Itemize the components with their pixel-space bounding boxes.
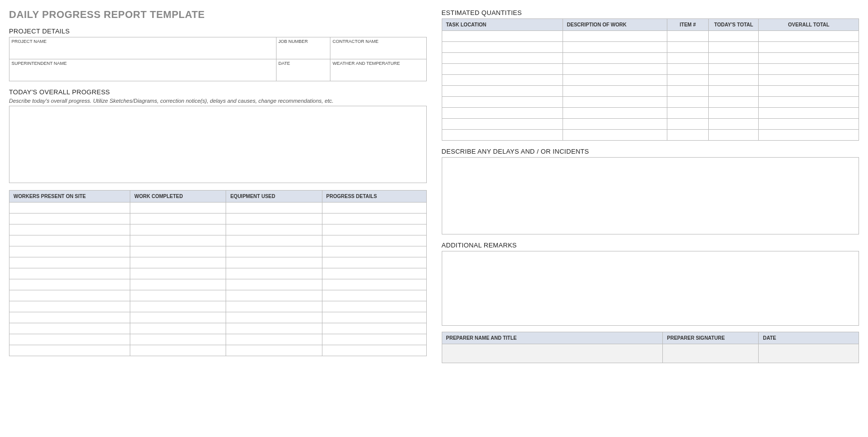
- table-cell[interactable]: [226, 312, 322, 323]
- table-cell[interactable]: [709, 31, 759, 42]
- remarks-input[interactable]: [442, 251, 860, 326]
- table-cell[interactable]: [9, 301, 130, 312]
- table-cell[interactable]: [709, 119, 759, 130]
- table-cell[interactable]: [322, 214, 426, 224]
- table-cell[interactable]: [667, 31, 709, 42]
- table-cell[interactable]: [667, 130, 709, 141]
- table-cell[interactable]: [130, 224, 226, 235]
- table-cell[interactable]: [322, 246, 426, 257]
- table-cell[interactable]: [130, 323, 226, 334]
- table-cell[interactable]: [9, 312, 130, 323]
- table-cell[interactable]: [130, 235, 226, 246]
- table-cell[interactable]: [759, 108, 859, 119]
- table-cell[interactable]: [226, 279, 322, 290]
- table-cell[interactable]: [322, 235, 426, 246]
- table-cell[interactable]: [130, 203, 226, 214]
- table-cell[interactable]: [9, 257, 130, 268]
- table-cell[interactable]: [9, 246, 130, 257]
- table-cell[interactable]: [759, 31, 859, 42]
- table-cell[interactable]: [709, 42, 759, 53]
- table-cell[interactable]: [130, 312, 226, 323]
- table-cell[interactable]: [322, 290, 426, 301]
- table-cell[interactable]: [442, 64, 563, 75]
- table-cell[interactable]: [130, 290, 226, 301]
- table-cell[interactable]: [130, 257, 226, 268]
- table-cell[interactable]: [9, 279, 130, 290]
- table-cell[interactable]: [322, 268, 426, 279]
- table-cell[interactable]: [130, 214, 226, 224]
- table-cell[interactable]: [563, 119, 667, 130]
- input-date[interactable]: [276, 66, 330, 81]
- table-cell[interactable]: [9, 235, 130, 246]
- table-cell[interactable]: [759, 86, 859, 97]
- table-cell[interactable]: [322, 224, 426, 235]
- table-cell[interactable]: [442, 31, 563, 42]
- table-cell[interactable]: [667, 75, 709, 86]
- table-cell[interactable]: [442, 75, 563, 86]
- table-cell[interactable]: [226, 345, 322, 356]
- table-cell[interactable]: [709, 130, 759, 141]
- table-cell[interactable]: [226, 301, 322, 312]
- table-cell[interactable]: [442, 97, 563, 108]
- table-cell[interactable]: [667, 53, 709, 64]
- overall-progress-input[interactable]: [9, 106, 427, 183]
- table-cell[interactable]: [759, 42, 859, 53]
- table-cell[interactable]: [759, 130, 859, 141]
- table-cell[interactable]: [759, 64, 859, 75]
- table-cell[interactable]: [9, 334, 130, 345]
- table-cell[interactable]: [563, 108, 667, 119]
- table-cell[interactable]: [442, 42, 563, 53]
- table-cell[interactable]: [322, 312, 426, 323]
- table-cell[interactable]: [9, 214, 130, 224]
- table-cell[interactable]: [130, 268, 226, 279]
- table-cell[interactable]: [322, 203, 426, 214]
- table-cell[interactable]: [130, 246, 226, 257]
- table-cell[interactable]: [667, 86, 709, 97]
- table-cell[interactable]: [130, 334, 226, 345]
- table-cell[interactable]: [709, 97, 759, 108]
- table-cell[interactable]: [226, 214, 322, 224]
- table-cell[interactable]: [9, 224, 130, 235]
- table-cell[interactable]: [9, 268, 130, 279]
- table-cell[interactable]: [563, 31, 667, 42]
- table-cell[interactable]: [442, 130, 563, 141]
- table-cell[interactable]: [322, 345, 426, 356]
- input-superintendent-name[interactable]: [9, 66, 277, 81]
- input-weather[interactable]: [330, 66, 426, 81]
- signoff-signature-input[interactable]: [663, 344, 759, 363]
- table-cell[interactable]: [709, 53, 759, 64]
- delays-input[interactable]: [442, 157, 860, 234]
- signoff-name-input[interactable]: [442, 344, 663, 363]
- table-cell[interactable]: [322, 279, 426, 290]
- table-cell[interactable]: [9, 345, 130, 356]
- table-cell[interactable]: [322, 323, 426, 334]
- table-cell[interactable]: [709, 108, 759, 119]
- table-cell[interactable]: [9, 323, 130, 334]
- table-cell[interactable]: [563, 42, 667, 53]
- table-cell[interactable]: [667, 64, 709, 75]
- table-cell[interactable]: [563, 53, 667, 64]
- table-cell[interactable]: [667, 119, 709, 130]
- input-project-name[interactable]: [9, 44, 277, 59]
- table-cell[interactable]: [226, 235, 322, 246]
- table-cell[interactable]: [667, 108, 709, 119]
- table-cell[interactable]: [563, 64, 667, 75]
- table-cell[interactable]: [709, 86, 759, 97]
- table-cell[interactable]: [226, 257, 322, 268]
- table-cell[interactable]: [226, 334, 322, 345]
- table-cell[interactable]: [130, 279, 226, 290]
- table-cell[interactable]: [322, 301, 426, 312]
- table-cell[interactable]: [226, 224, 322, 235]
- table-cell[interactable]: [130, 301, 226, 312]
- table-cell[interactable]: [709, 64, 759, 75]
- table-cell[interactable]: [226, 323, 322, 334]
- table-cell[interactable]: [759, 75, 859, 86]
- table-cell[interactable]: [667, 42, 709, 53]
- table-cell[interactable]: [563, 86, 667, 97]
- table-cell[interactable]: [759, 97, 859, 108]
- input-job-number[interactable]: [276, 44, 330, 59]
- signoff-date-input[interactable]: [759, 344, 859, 363]
- table-cell[interactable]: [709, 75, 759, 86]
- table-cell[interactable]: [226, 290, 322, 301]
- table-cell[interactable]: [442, 119, 563, 130]
